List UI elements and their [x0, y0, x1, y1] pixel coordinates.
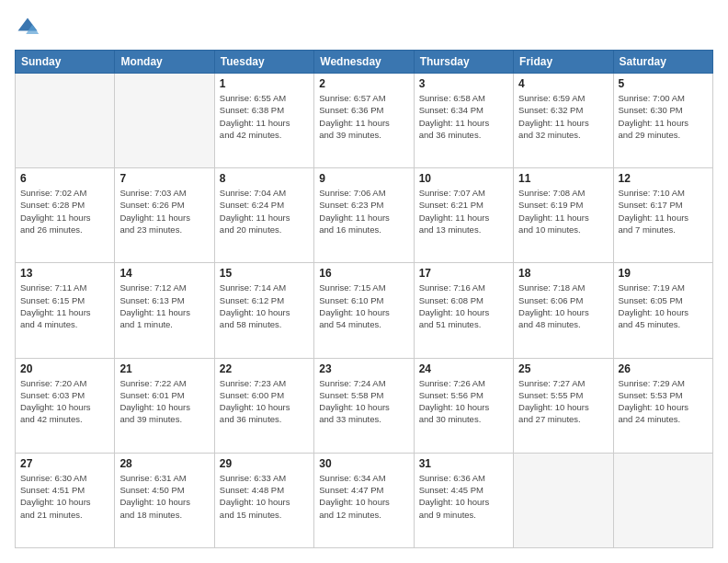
day-number: 24 — [419, 362, 508, 375]
day-number: 19 — [619, 267, 708, 280]
calendar-cell: 10Sunrise: 7:07 AM Sunset: 6:21 PM Dayli… — [414, 168, 513, 263]
day-number: 28 — [119, 457, 209, 470]
day-number: 1 — [220, 77, 309, 90]
calendar-cell: 2Sunrise: 6:57 AM Sunset: 6:36 PM Daylig… — [314, 74, 414, 168]
day-number: 22 — [220, 362, 309, 375]
weekday-header-thursday: Thursday — [414, 51, 513, 74]
day-info: Sunrise: 6:34 AM Sunset: 4:47 PM Dayligh… — [319, 472, 408, 521]
day-info: Sunrise: 7:19 AM Sunset: 6:05 PM Dayligh… — [619, 282, 708, 330]
day-number: 3 — [419, 77, 508, 90]
weekday-header-wednesday: Wednesday — [314, 51, 414, 74]
day-info: Sunrise: 7:14 AM Sunset: 6:12 PM Dayligh… — [220, 282, 309, 330]
calendar-cell: 7Sunrise: 7:03 AM Sunset: 6:26 PM Daylig… — [115, 168, 214, 263]
calendar-cell: 3Sunrise: 6:58 AM Sunset: 6:34 PM Daylig… — [414, 74, 513, 168]
calendar-cell: 15Sunrise: 7:14 AM Sunset: 6:12 PM Dayli… — [214, 263, 313, 358]
day-info: Sunrise: 6:30 AM Sunset: 4:51 PM Dayligh… — [20, 472, 109, 521]
calendar-cell: 13Sunrise: 7:11 AM Sunset: 6:15 PM Dayli… — [16, 263, 115, 358]
calendar-cell: 21Sunrise: 7:22 AM Sunset: 6:01 PM Dayli… — [115, 358, 214, 453]
day-number: 25 — [518, 362, 608, 375]
day-info: Sunrise: 7:24 AM Sunset: 5:58 PM Dayligh… — [319, 377, 408, 426]
day-number: 26 — [619, 362, 708, 375]
day-info: Sunrise: 7:08 AM Sunset: 6:19 PM Dayligh… — [518, 187, 608, 236]
calendar-cell — [514, 453, 613, 547]
day-info: Sunrise: 7:26 AM Sunset: 5:56 PM Dayligh… — [419, 377, 508, 426]
calendar-cell — [16, 74, 115, 168]
day-info: Sunrise: 6:36 AM Sunset: 4:45 PM Dayligh… — [419, 472, 508, 521]
day-info: Sunrise: 7:06 AM Sunset: 6:23 PM Dayligh… — [319, 187, 408, 236]
day-number: 2 — [319, 77, 408, 90]
day-number: 27 — [20, 457, 109, 470]
calendar-cell: 19Sunrise: 7:19 AM Sunset: 6:05 PM Dayli… — [613, 263, 712, 358]
calendar-cell — [613, 453, 712, 547]
day-number: 31 — [419, 457, 508, 470]
calendar-week-row: 13Sunrise: 7:11 AM Sunset: 6:15 PM Dayli… — [16, 263, 713, 358]
calendar-cell: 18Sunrise: 7:18 AM Sunset: 6:06 PM Dayli… — [514, 263, 613, 358]
calendar-cell: 31Sunrise: 6:36 AM Sunset: 4:45 PM Dayli… — [414, 453, 513, 547]
day-info: Sunrise: 7:20 AM Sunset: 6:03 PM Dayligh… — [20, 377, 109, 426]
calendar-week-row: 27Sunrise: 6:30 AM Sunset: 4:51 PM Dayli… — [16, 453, 713, 547]
day-info: Sunrise: 7:23 AM Sunset: 6:00 PM Dayligh… — [220, 377, 309, 426]
calendar-table: SundayMondayTuesdayWednesdayThursdayFrid… — [15, 50, 713, 548]
weekday-header-tuesday: Tuesday — [214, 51, 313, 74]
day-info: Sunrise: 7:15 AM Sunset: 6:10 PM Dayligh… — [319, 282, 408, 330]
logo — [15, 15, 44, 40]
calendar-cell: 17Sunrise: 7:16 AM Sunset: 6:08 PM Dayli… — [414, 263, 513, 358]
day-number: 16 — [319, 267, 408, 280]
day-number: 23 — [319, 362, 408, 375]
day-info: Sunrise: 7:04 AM Sunset: 6:24 PM Dayligh… — [220, 187, 309, 236]
calendar-cell: 24Sunrise: 7:26 AM Sunset: 5:56 PM Dayli… — [414, 358, 513, 453]
calendar-cell: 28Sunrise: 6:31 AM Sunset: 4:50 PM Dayli… — [115, 453, 214, 547]
day-number: 12 — [619, 172, 708, 185]
day-number: 7 — [119, 172, 209, 185]
day-info: Sunrise: 7:03 AM Sunset: 6:26 PM Dayligh… — [119, 187, 209, 236]
day-number: 17 — [419, 267, 508, 280]
day-info: Sunrise: 6:58 AM Sunset: 6:34 PM Dayligh… — [419, 92, 508, 141]
weekday-header-row: SundayMondayTuesdayWednesdayThursdayFrid… — [16, 51, 713, 74]
calendar-week-row: 6Sunrise: 7:02 AM Sunset: 6:28 PM Daylig… — [16, 168, 713, 263]
day-info: Sunrise: 7:18 AM Sunset: 6:06 PM Dayligh… — [518, 282, 608, 330]
day-number: 13 — [20, 267, 109, 280]
day-info: Sunrise: 6:33 AM Sunset: 4:48 PM Dayligh… — [220, 472, 309, 521]
day-info: Sunrise: 7:27 AM Sunset: 5:55 PM Dayligh… — [518, 377, 608, 426]
calendar-cell: 9Sunrise: 7:06 AM Sunset: 6:23 PM Daylig… — [314, 168, 414, 263]
day-number: 6 — [20, 172, 109, 185]
calendar-cell: 5Sunrise: 7:00 AM Sunset: 6:30 PM Daylig… — [613, 74, 712, 168]
calendar-cell: 14Sunrise: 7:12 AM Sunset: 6:13 PM Dayli… — [115, 263, 214, 358]
calendar-cell: 20Sunrise: 7:20 AM Sunset: 6:03 PM Dayli… — [16, 358, 115, 453]
day-info: Sunrise: 7:16 AM Sunset: 6:08 PM Dayligh… — [419, 282, 508, 330]
calendar-week-row: 20Sunrise: 7:20 AM Sunset: 6:03 PM Dayli… — [16, 358, 713, 453]
day-info: Sunrise: 7:29 AM Sunset: 5:53 PM Dayligh… — [619, 377, 708, 426]
day-number: 20 — [20, 362, 109, 375]
calendar-cell — [115, 74, 214, 168]
calendar-cell: 8Sunrise: 7:04 AM Sunset: 6:24 PM Daylig… — [214, 168, 313, 263]
calendar-cell: 16Sunrise: 7:15 AM Sunset: 6:10 PM Dayli… — [314, 263, 414, 358]
weekday-header-sunday: Sunday — [16, 51, 115, 74]
day-info: Sunrise: 7:22 AM Sunset: 6:01 PM Dayligh… — [119, 377, 209, 426]
calendar-cell: 25Sunrise: 7:27 AM Sunset: 5:55 PM Dayli… — [514, 358, 613, 453]
day-info: Sunrise: 6:59 AM Sunset: 6:32 PM Dayligh… — [518, 92, 608, 141]
day-info: Sunrise: 7:11 AM Sunset: 6:15 PM Dayligh… — [20, 282, 109, 330]
day-info: Sunrise: 6:57 AM Sunset: 6:36 PM Dayligh… — [319, 92, 408, 141]
day-number: 15 — [220, 267, 309, 280]
day-info: Sunrise: 7:07 AM Sunset: 6:21 PM Dayligh… — [419, 187, 508, 236]
day-number: 5 — [619, 77, 708, 90]
day-info: Sunrise: 7:00 AM Sunset: 6:30 PM Dayligh… — [619, 92, 708, 141]
calendar-cell: 22Sunrise: 7:23 AM Sunset: 6:00 PM Dayli… — [214, 358, 313, 453]
day-info: Sunrise: 6:31 AM Sunset: 4:50 PM Dayligh… — [119, 472, 209, 521]
calendar-cell: 11Sunrise: 7:08 AM Sunset: 6:19 PM Dayli… — [514, 168, 613, 263]
day-number: 9 — [319, 172, 408, 185]
calendar-cell: 27Sunrise: 6:30 AM Sunset: 4:51 PM Dayli… — [16, 453, 115, 547]
day-number: 21 — [119, 362, 209, 375]
day-info: Sunrise: 7:10 AM Sunset: 6:17 PM Dayligh… — [619, 187, 708, 236]
day-number: 11 — [518, 172, 608, 185]
calendar-cell: 12Sunrise: 7:10 AM Sunset: 6:17 PM Dayli… — [613, 168, 712, 263]
day-number: 29 — [220, 457, 309, 470]
weekday-header-friday: Friday — [514, 51, 613, 74]
day-number: 30 — [319, 457, 408, 470]
day-number: 4 — [518, 77, 608, 90]
calendar-cell: 29Sunrise: 6:33 AM Sunset: 4:48 PM Dayli… — [214, 453, 313, 547]
calendar-week-row: 1Sunrise: 6:55 AM Sunset: 6:38 PM Daylig… — [16, 74, 713, 168]
day-info: Sunrise: 7:02 AM Sunset: 6:28 PM Dayligh… — [20, 187, 109, 236]
day-number: 10 — [419, 172, 508, 185]
day-number: 8 — [220, 172, 309, 185]
